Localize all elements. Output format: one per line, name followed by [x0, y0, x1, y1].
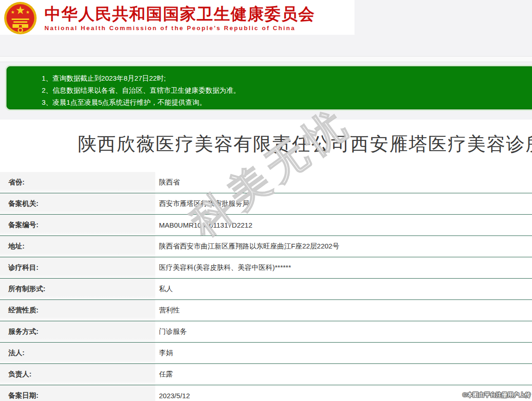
table-row: 地址: 陕西省西安市曲江新区雁翔路以东旺座曲江F座22层2202号	[0, 236, 532, 257]
field-label: 所有制形式:	[0, 279, 155, 299]
table-row: 法人: 李娟	[0, 343, 532, 364]
table-row: 所有制形式: 私人	[0, 279, 532, 300]
site-header: 中华人民共和国国家卫生健康委员会 National Health Commiss…	[0, 0, 355, 35]
institution-title: 陕西欣薇医疗美容有限责任公司西安雁塔医疗美容诊所	[0, 132, 532, 156]
notice-line: 2、信息数据结果以各省、自治区、直辖市卫生健康委数据为准。	[42, 84, 530, 96]
field-value: 2023/5/12	[155, 385, 532, 401]
field-label: 备案日期:	[0, 385, 155, 401]
field-value: 私人	[155, 279, 532, 299]
header-titles: 中华人民共和国国家卫生健康委员会 National Health Commiss…	[44, 4, 315, 32]
site-title-chinese: 中华人民共和国国家卫生健康委员会	[44, 5, 315, 23]
field-value: 门诊服务	[155, 321, 532, 342]
field-label: 备案编号:	[0, 215, 155, 236]
top-section: 中华人民共和国国家卫生健康委员会 National Health Commiss…	[0, 0, 532, 120]
field-label: 备案机关:	[0, 193, 155, 214]
field-label: 诊疗科目:	[0, 257, 155, 278]
field-label: 经营性质:	[0, 300, 155, 321]
notice-box: 1、查询数据截止到2023年8月27日22时; 2、信息数据结果以各省、自治区、…	[6, 66, 532, 109]
field-value: 营利性	[155, 300, 532, 321]
field-value: 任露	[155, 364, 532, 385]
notice-line: 1、查询数据截止到2023年8月27日22时;	[42, 72, 530, 84]
site-title-english: National Health Commission of the People…	[44, 25, 315, 32]
table-row: 负责人: 任露	[0, 364, 532, 385]
notice-line: 3、凌晨1点至凌晨5点系统进行维护，不能提供查询。	[42, 96, 530, 108]
field-value: 陕西省西安市曲江新区雁翔路以东旺座曲江F座22层2202号	[155, 236, 532, 257]
field-value: 医疗美容科(美容皮肤科、美容中医科)******	[155, 257, 532, 278]
table-row: 经营性质: 营利性	[0, 300, 532, 321]
field-value: 西安市雁塔区行政审批服务局	[155, 193, 532, 214]
field-value: MAB0UMR1061011317D2212	[155, 215, 532, 236]
table-row: 省份: 陕西省	[0, 172, 532, 193]
national-emblem-icon	[4, 1, 37, 35]
table-row: 诊疗科目: 医疗美容科(美容皮肤科、美容中医科)******	[0, 257, 532, 279]
header-divider	[0, 56, 532, 62]
field-value: 李娟	[155, 343, 532, 363]
table-row: 备案编号: MAB0UMR1061011317D2212	[0, 215, 532, 236]
field-label: 服务方式:	[0, 321, 155, 342]
field-value: 陕西省	[155, 172, 532, 193]
field-label: 负责人:	[0, 364, 155, 385]
table-row: 备案日期: 2023/5/12	[0, 385, 532, 401]
field-label: 地址:	[0, 236, 155, 257]
table-row: 备案机关: 西安市雁塔区行政审批服务局	[0, 193, 532, 215]
field-label: 省份:	[0, 172, 155, 193]
field-label: 法人:	[0, 343, 155, 363]
table-row: 服务方式: 门诊服务	[0, 321, 532, 343]
page: 中华人民共和国国家卫生健康委员会 National Health Commiss…	[0, 0, 532, 401]
record-table: 省份: 陕西省 备案机关: 西安市雁塔区行政审批服务局 备案编号: MAB0UM…	[0, 172, 532, 401]
